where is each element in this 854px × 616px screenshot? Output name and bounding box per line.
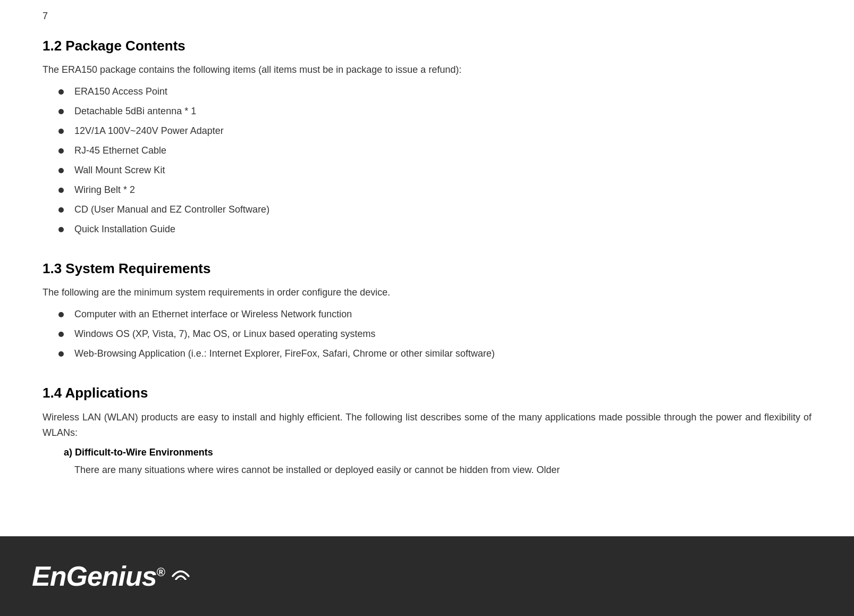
list-item-text: Wiring Belt * 2 [74, 183, 135, 197]
list-item-text: Computer with an Ethernet interface or W… [74, 307, 352, 322]
section-13-title: 1.3 System Requirements [43, 260, 811, 277]
subsection-label: a) Difficult-to-Wire Environments [64, 447, 811, 458]
section-12-title: 1.2 Package Contents [43, 38, 811, 54]
list-item: CD (User Manual and EZ Controller Softwa… [58, 202, 811, 217]
logo-en: En [32, 561, 66, 592]
section-12-intro: The ERA150 package contains the followin… [43, 63, 811, 77]
wifi-icon [167, 561, 194, 582]
list-item-text: Web-Browsing Application (i.e.: Internet… [74, 347, 495, 361]
bullet-dot [58, 312, 64, 317]
list-item-text: Detachable 5dBi antenna * 1 [74, 104, 196, 119]
list-item: Wall Mount Screw Kit [58, 163, 811, 178]
content-area: 7 1.2 Package Contents The ERA150 packag… [0, 0, 854, 521]
list-item: Wiring Belt * 2 [58, 183, 811, 197]
svg-point-0 [179, 579, 182, 580]
logo-text: EnGenius® [32, 560, 165, 592]
bullet-dot [58, 332, 64, 337]
list-item: ERA150 Access Point [58, 85, 811, 99]
section-14-title: 1.4 Applications [43, 385, 811, 401]
logo-reg: ® [157, 566, 165, 579]
section-13: 1.3 System Requirements The following ar… [43, 260, 811, 361]
list-item: Windows OS (XP, Vista, 7), Mac OS, or Li… [58, 327, 811, 341]
subsection-body: There are many situations where wires ca… [74, 462, 811, 478]
section-13-intro: The following are the minimum system req… [43, 285, 811, 300]
bullet-dot [58, 129, 64, 134]
section-14: 1.4 Applications Wireless LAN (WLAN) pro… [43, 385, 811, 477]
list-item-text: Quick Installation Guide [74, 222, 175, 237]
list-item-text: ERA150 Access Point [74, 85, 167, 99]
list-item: Web-Browsing Application (i.e.: Internet… [58, 347, 811, 361]
list-item: Detachable 5dBi antenna * 1 [58, 104, 811, 119]
logo-container: EnGenius® [32, 560, 194, 592]
page-number: 7 [43, 11, 811, 22]
list-item-text: 12V/1A 100V~240V Power Adapter [74, 124, 224, 138]
page-container: 7 1.2 Package Contents The ERA150 packag… [0, 0, 854, 616]
list-item-text: RJ-45 Ethernet Cable [74, 144, 166, 158]
list-item-text: CD (User Manual and EZ Controller Softwa… [74, 202, 269, 217]
bullet-dot [58, 351, 64, 357]
list-item-text: Windows OS (XP, Vista, 7), Mac OS, or Li… [74, 327, 376, 341]
logo-genius: Genius [66, 561, 156, 592]
section-12: 1.2 Package Contents The ERA150 package … [43, 38, 811, 237]
bullet-dot [58, 89, 64, 95]
list-item: 12V/1A 100V~240V Power Adapter [58, 124, 811, 138]
bullet-dot [58, 207, 64, 213]
section-13-list: Computer with an Ethernet interface or W… [58, 307, 811, 361]
list-item-text: Wall Mount Screw Kit [74, 163, 165, 178]
list-item: RJ-45 Ethernet Cable [58, 144, 811, 158]
bullet-dot [58, 168, 64, 173]
list-item: Computer with an Ethernet interface or W… [58, 307, 811, 322]
section-14-body: Wireless LAN (WLAN) products are easy to… [43, 410, 811, 441]
bullet-dot [58, 148, 64, 154]
list-item: Quick Installation Guide [58, 222, 811, 237]
bullet-dot [58, 227, 64, 232]
bullet-dot [58, 188, 64, 193]
bullet-dot [58, 109, 64, 114]
section-12-list: ERA150 Access Point Detachable 5dBi ante… [58, 85, 811, 237]
footer-bar: EnGenius® [0, 536, 854, 616]
